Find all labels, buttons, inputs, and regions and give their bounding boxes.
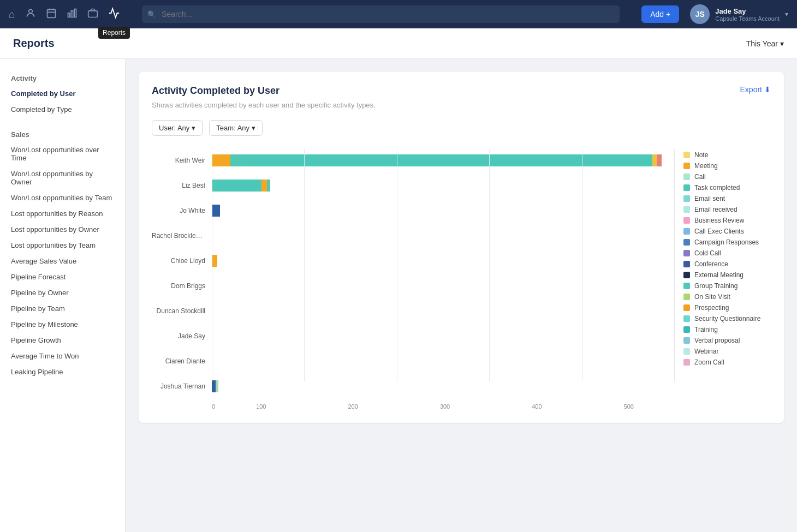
x-tick: 500 <box>583 403 675 410</box>
sidebar-item-lost-reason[interactable]: Lost opportunities by Reason <box>0 206 125 222</box>
sidebar-item-pipeline-team[interactable]: Pipeline by Team <box>0 301 125 316</box>
bar-label: Keith Weir <box>152 157 212 164</box>
chart-area: Keith WeirLiz BestJo WhiteRachel Brockle… <box>152 149 771 410</box>
bar-row: Rachel Brocklehu... <box>152 224 675 247</box>
legend-color-swatch <box>683 206 690 213</box>
legend-color-swatch <box>683 250 690 256</box>
x-tick: 100 <box>215 403 307 410</box>
filter-row: User: Any ▾ Team: Any ▾ <box>152 120 771 136</box>
bar-segment <box>230 154 242 166</box>
legend-color-swatch <box>683 239 690 246</box>
content-area: Activity Completed by User Completed by … <box>0 59 797 532</box>
bar-container <box>212 305 675 317</box>
bar-segment <box>212 180 261 192</box>
bar-segment <box>652 154 658 166</box>
export-icon: ⬇ <box>764 85 771 94</box>
avatar: JS <box>690 4 710 24</box>
legend-color-swatch <box>683 174 690 180</box>
user-dropdown-arrow: ▾ <box>785 10 788 18</box>
bar-row: Jo White <box>152 199 675 222</box>
legend-color-swatch <box>683 152 690 158</box>
legend-item: Training <box>683 326 771 333</box>
bar-label: Chloe Lloyd <box>152 257 212 265</box>
sidebar-item-lost-team[interactable]: Lost opportunities by Team <box>0 237 125 253</box>
sidebar-item-completed-by-user[interactable]: Completed by User <box>0 86 125 101</box>
home-icon[interactable]: ⌂ <box>9 8 15 21</box>
legend-item: Email sent <box>683 195 771 202</box>
chart-header: Activity Completed by User Export ⬇ <box>152 85 771 97</box>
legend-label: Verbal proposal <box>694 337 740 344</box>
legend-label: Conference <box>694 260 728 268</box>
legend-label: Webinar <box>694 348 718 355</box>
bar-segment <box>657 154 661 166</box>
bar-label: Rachel Brocklehu... <box>152 232 212 240</box>
team-filter[interactable]: Team: Any ▾ <box>209 120 263 136</box>
bar-segment <box>242 154 652 166</box>
top-navigation: ⌂ Reports Add + JS Jade Say Capsule Team… <box>0 0 797 28</box>
bar-row: Ciaren Diante <box>152 350 675 373</box>
chart-description: Shows activities completed by each user … <box>152 101 771 109</box>
legend-item: Zoom Call <box>683 358 771 366</box>
sidebar-item-avg-sales[interactable]: Average Sales Value <box>0 253 125 269</box>
add-button[interactable]: Add + <box>641 5 679 23</box>
sidebar-item-wonlost-owner[interactable]: Won/Lost opportunities by Owner <box>0 166 125 190</box>
legend-item: Verbal proposal <box>683 337 771 344</box>
bar-container <box>212 330 675 342</box>
bar-chart-icon[interactable] <box>67 8 78 21</box>
legend-label: Group Training <box>694 282 737 290</box>
legend-color-swatch <box>683 359 690 366</box>
svg-rect-8 <box>88 10 98 17</box>
user-profile[interactable]: JS Jade Say Capsule Teams Account ▾ <box>690 4 788 24</box>
legend-label: Zoom Call <box>694 358 724 366</box>
legend-label: External Meeting <box>694 271 744 279</box>
user-filter-arrow: ▾ <box>192 124 195 132</box>
legend-item: External Meeting <box>683 271 771 279</box>
sidebar-item-avg-time-to-won[interactable]: Average Time to Won <box>0 348 125 364</box>
legend-item: Task completed <box>683 184 771 192</box>
sidebar-item-pipeline-forecast[interactable]: Pipeline Forecast <box>0 269 125 285</box>
search-input[interactable] <box>142 5 620 23</box>
bar-container <box>212 255 675 267</box>
calendar-icon[interactable] <box>46 8 57 21</box>
sidebar-item-wonlost-team[interactable]: Won/Lost opportunities by Team <box>0 190 125 206</box>
legend-color-swatch <box>683 195 690 202</box>
sidebar-item-pipeline-owner[interactable]: Pipeline by Owner <box>0 285 125 301</box>
bar-label: Duncan Stockdill <box>152 307 212 315</box>
person-icon[interactable] <box>25 8 36 21</box>
reports-nav-icon[interactable]: Reports <box>108 7 120 22</box>
sidebar-item-lost-owner[interactable]: Lost opportunities by Owner <box>0 222 125 237</box>
legend-label: Note <box>694 151 708 159</box>
sidebar-item-completed-by-type[interactable]: Completed by Type <box>0 101 125 117</box>
x-axis: 0100200300400500 <box>212 400 675 410</box>
sidebar-item-pipeline-milestone[interactable]: Pipeline by Milestone <box>0 316 125 332</box>
sidebar-item-wonlost-time[interactable]: Won/Lost opportunities over Time <box>0 142 125 166</box>
bar-label: Jade Say <box>152 332 212 340</box>
legend-color-swatch <box>683 228 690 235</box>
bar-segment <box>212 255 217 267</box>
legend-label: Task completed <box>694 184 740 192</box>
legend-item: Note <box>683 151 771 159</box>
legend-label: Email sent <box>694 195 725 202</box>
briefcase-icon[interactable] <box>87 8 98 21</box>
export-button[interactable]: Export ⬇ <box>740 85 771 94</box>
bar-chart: Keith WeirLiz BestJo WhiteRachel Brockle… <box>152 149 675 410</box>
bar-row: Jade Say <box>152 325 675 348</box>
x-tick: 400 <box>491 403 582 410</box>
legend-color-swatch <box>683 283 690 289</box>
sidebar-item-pipeline-growth[interactable]: Pipeline Growth <box>0 332 125 348</box>
legend-color-swatch <box>683 337 690 344</box>
legend-label: Cold Call <box>694 249 721 257</box>
svg-rect-5 <box>68 13 70 17</box>
x-tick: 200 <box>307 403 399 410</box>
bar-segment <box>212 380 216 392</box>
legend-label: Security Questionnaire <box>694 315 760 322</box>
bar-segment <box>212 205 220 217</box>
year-selector[interactable]: This Year ▾ <box>746 39 784 48</box>
legend-item: Business Review <box>683 217 771 224</box>
bar-container <box>212 355 675 367</box>
sidebar-item-leaking-pipeline[interactable]: Leaking Pipeline <box>0 364 125 380</box>
sidebar: Activity Completed by User Completed by … <box>0 59 126 532</box>
user-filter[interactable]: User: Any ▾ <box>152 120 203 136</box>
bar-row: Liz Best <box>152 174 675 197</box>
bar-row: Duncan Stockdill <box>152 300 675 322</box>
